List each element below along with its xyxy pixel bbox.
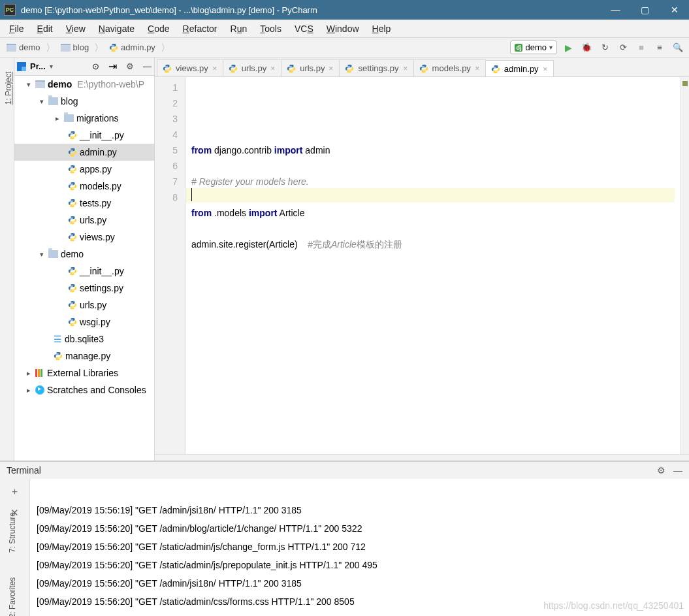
editor-splitter[interactable] xyxy=(155,454,689,461)
pycharm-icon: PC xyxy=(4,4,16,16)
package-icon xyxy=(64,114,74,122)
crumb-blog[interactable]: blog xyxy=(57,42,93,52)
code-editor[interactable]: from django.contrib import admin # Regis… xyxy=(186,77,680,454)
tab-admin[interactable]: admin.py✕ xyxy=(485,60,554,77)
python-icon xyxy=(109,43,118,52)
hide-icon[interactable]: — xyxy=(673,465,682,476)
title-bar: PC demo [E:\python-web\Python_web\demo] … xyxy=(0,0,689,20)
crumb-demo[interactable]: demo xyxy=(3,42,44,52)
tree-db[interactable]: ☰db.sqlite3 xyxy=(14,331,154,348)
tree-manage[interactable]: manage.py xyxy=(14,348,154,365)
menu-edit[interactable]: Edit xyxy=(31,21,59,37)
gear-icon[interactable]: ⚙ xyxy=(126,61,134,71)
python-icon xyxy=(68,317,77,327)
menu-help[interactable]: Help xyxy=(366,21,398,37)
django-icon: dj xyxy=(515,44,522,52)
tab-urls2[interactable]: urls.py✕ xyxy=(281,59,340,76)
toolwindow-favorites-tab[interactable]: 2: Favorites xyxy=(8,577,17,616)
python-icon xyxy=(68,267,77,276)
tree-wsgi[interactable]: wsgi.py xyxy=(14,314,154,331)
maximize-button[interactable]: ▢ xyxy=(630,0,660,20)
project-tree[interactable]: ▾demoE:\python-web\P ▾blog ▸migrations _… xyxy=(14,76,154,461)
watermark: https://blog.csdn.net/qq_43250401 xyxy=(543,596,684,615)
debug-button[interactable]: 🐞 xyxy=(579,41,594,55)
close-icon[interactable]: ✕ xyxy=(328,65,334,72)
tree-scratches[interactable]: ▸Scratches and Consoles xyxy=(14,381,154,398)
tree-apps[interactable]: apps.py xyxy=(14,161,154,178)
package-icon xyxy=(48,97,58,105)
tab-urls1[interactable]: urls.py✕ xyxy=(223,59,281,76)
close-icon[interactable]: ✕ xyxy=(403,65,408,72)
python-icon xyxy=(68,216,77,225)
tree-settings[interactable]: settings.py xyxy=(14,280,154,297)
python-icon xyxy=(68,300,77,310)
minimize-button[interactable]: — xyxy=(601,0,630,20)
update-button[interactable]: ≡ xyxy=(652,41,667,55)
folder-icon xyxy=(7,44,16,52)
run-coverage-button[interactable]: ↻ xyxy=(598,41,612,55)
chevron-right-icon: 〉 xyxy=(93,42,105,52)
tree-pkg-demo[interactable]: ▾demo xyxy=(14,246,154,263)
stop-button[interactable]: ■ xyxy=(634,41,649,55)
locate-icon[interactable]: ⊙ xyxy=(92,61,99,71)
navigation-bar: demo 〉 blog 〉 admin.py 〉 dj demo ▾ ▶ 🐞 ↻… xyxy=(0,38,689,57)
tree-blog[interactable]: ▾blog xyxy=(14,93,154,110)
new-session-button[interactable]: ＋ xyxy=(10,485,20,498)
tree-pkg-init[interactable]: __init__.py xyxy=(14,263,154,280)
close-icon[interactable]: ✕ xyxy=(212,65,217,72)
menu-window[interactable]: Window xyxy=(320,21,366,37)
tab-views[interactable]: views.py✕ xyxy=(157,59,223,76)
chevron-right-icon: 〉 xyxy=(44,42,57,52)
run-config-selector[interactable]: dj demo ▾ xyxy=(510,41,557,54)
menu-view[interactable]: View xyxy=(59,21,92,37)
tree-urls[interactable]: urls.py xyxy=(14,212,154,229)
error-stripe[interactable] xyxy=(680,77,689,454)
toolwindow-structure-tab[interactable]: 7: Structure xyxy=(8,512,17,553)
python-icon xyxy=(68,182,77,191)
menu-vcs[interactable]: VCS xyxy=(288,21,320,37)
line-gutter[interactable]: 12345678 xyxy=(155,77,186,454)
run-button[interactable]: ▶ xyxy=(561,41,575,55)
tree-init[interactable]: __init__.py xyxy=(14,127,154,144)
left-tool-stripe: 1: Project 7: Structure 2: Favorites xyxy=(0,57,14,461)
scratch-icon xyxy=(35,385,44,395)
gear-icon[interactable]: ⚙ xyxy=(657,465,665,476)
close-icon[interactable]: ✕ xyxy=(543,66,548,73)
toolwindow-project-tab[interactable]: 1: Project xyxy=(4,72,13,105)
profile-button[interactable]: ⟳ xyxy=(616,41,630,55)
menu-tools[interactable]: Tools xyxy=(253,21,288,37)
menu-refactor[interactable]: Refactor xyxy=(176,21,224,37)
menu-file[interactable]: File xyxy=(3,21,31,37)
tree-admin[interactable]: admin.py xyxy=(14,144,154,161)
close-icon[interactable]: ✕ xyxy=(270,65,276,72)
tree-external-libraries[interactable]: ▸External Libraries xyxy=(14,365,154,381)
tab-settings[interactable]: settings.py✕ xyxy=(339,59,413,76)
close-icon[interactable]: ✕ xyxy=(475,65,480,72)
python-icon xyxy=(287,64,296,73)
dropdown-icon[interactable]: ▾ xyxy=(50,63,53,70)
tree-views[interactable]: views.py xyxy=(14,229,154,246)
tree-pkg-urls[interactable]: urls.py xyxy=(14,297,154,314)
search-button[interactable]: 🔍 xyxy=(671,41,685,55)
menu-navigate[interactable]: Navigate xyxy=(92,21,141,37)
crumb-adminpy[interactable]: admin.py xyxy=(105,42,159,52)
tree-models[interactable]: models.py xyxy=(14,178,154,195)
tree-migrations[interactable]: ▸migrations xyxy=(14,110,154,127)
tree-root-demo[interactable]: ▾demoE:\python-web\P xyxy=(14,76,154,93)
tree-tests[interactable]: tests.py xyxy=(14,195,154,212)
menu-run[interactable]: Run xyxy=(224,21,254,37)
python-icon xyxy=(345,64,354,73)
python-icon xyxy=(68,148,77,157)
package-icon xyxy=(48,250,58,258)
database-icon: ☰ xyxy=(54,334,62,344)
python-icon xyxy=(163,64,172,73)
python-icon xyxy=(68,233,77,242)
terminal-output[interactable]: [09/May/2019 15:56:19] "GET /admin/jsi18… xyxy=(30,479,689,616)
close-button[interactable]: ✕ xyxy=(660,0,689,20)
editor-area: views.py✕ urls.py✕ urls.py✕ settings.py✕… xyxy=(155,57,689,461)
collapse-icon[interactable]: ⇥ xyxy=(108,60,117,73)
menu-code[interactable]: Code xyxy=(141,21,176,37)
python-icon xyxy=(229,64,238,73)
hide-icon[interactable]: — xyxy=(143,61,152,71)
tab-models[interactable]: models.py✕ xyxy=(413,59,486,76)
